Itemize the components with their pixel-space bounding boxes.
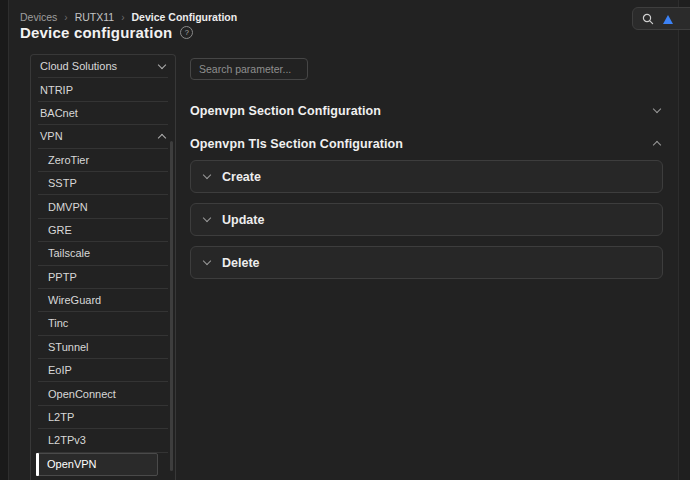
sidebar-item-label: L2TP <box>48 411 74 423</box>
chevron-up-icon <box>158 134 166 142</box>
chevron-up-icon <box>654 139 663 148</box>
sidebar-item-label: NTRIP <box>40 84 73 96</box>
section-openvpn-tls[interactable]: Openvpn Tls Section Configuration <box>190 127 663 160</box>
sidebar-item-eoip[interactable]: EoIP <box>38 359 168 382</box>
cut-off-blue-icon[interactable] <box>663 15 673 24</box>
sidebar-scrollbar-thumb[interactable] <box>170 141 173 471</box>
selected-indicator <box>36 453 39 476</box>
sidebar-item-label: STunnel <box>48 341 89 353</box>
page-title: Device configuration <box>20 24 172 41</box>
breadcrumb-devices[interactable]: Devices <box>20 11 57 23</box>
sidebar-item-bacnet[interactable]: BACnet <box>38 102 168 125</box>
config-sidebar: Cloud Solutions NTRIP BACnet VPN ZeroTie… <box>30 54 176 480</box>
breadcrumb: Devices › RUTX11 › Device Configuration <box>20 11 237 23</box>
chevron-down-icon <box>158 60 166 68</box>
sidebar-item-label: EoIP <box>48 364 72 376</box>
subsection-update[interactable]: Update <box>190 203 663 236</box>
config-main: Openvpn Section Configuration Openvpn Tl… <box>190 54 663 289</box>
sidebar-item-zerotier[interactable]: ZeroTier <box>38 149 168 172</box>
section-title: Openvpn Section Configuration <box>190 104 381 118</box>
window-left-edge <box>0 0 9 480</box>
section-openvpn[interactable]: Openvpn Section Configuration <box>190 94 663 127</box>
breadcrumb-rutx11[interactable]: RUTX11 <box>75 11 114 23</box>
chevron-down-icon <box>203 214 211 222</box>
sidebar-item-label: BACnet <box>40 107 78 119</box>
sidebar-item-label: OpenConnect <box>48 388 116 400</box>
sidebar-item-label: PPTP <box>48 271 77 283</box>
chevron-down-icon <box>203 171 211 179</box>
sidebar-item-tinc[interactable]: Tinc <box>38 312 168 335</box>
breadcrumb-separator-icon: › <box>121 12 124 23</box>
sidebar-item-cloud-solutions[interactable]: Cloud Solutions <box>38 55 168 78</box>
subsection-delete[interactable]: Delete <box>190 246 663 279</box>
sidebar-item-label: DMVPN <box>48 201 88 213</box>
sidebar-item-ntrip[interactable]: NTRIP <box>38 78 168 101</box>
sidebar-item-stunnel[interactable]: STunnel <box>38 336 168 359</box>
breadcrumb-separator-icon: › <box>64 12 67 23</box>
search-input[interactable] <box>190 58 308 80</box>
main-scrollbar-track[interactable] <box>678 0 690 480</box>
search-icon[interactable] <box>642 13 654 25</box>
sidebar-item-label: GRE <box>48 224 72 236</box>
sidebar-list: Cloud Solutions NTRIP BACnet VPN ZeroTie… <box>31 55 175 476</box>
sidebar-item-label: L2TPv3 <box>48 434 86 446</box>
sidebar-item-openvpn[interactable]: OpenVPN <box>36 453 158 476</box>
subsection-create[interactable]: Create <box>190 160 663 193</box>
global-search-pill[interactable] <box>632 7 690 30</box>
sidebar-item-label: SSTP <box>48 177 77 189</box>
sidebar-item-label: Tailscale <box>48 247 90 259</box>
subsection-label: Update <box>222 213 264 227</box>
chevron-down-icon <box>654 109 663 112</box>
sidebar-item-wireguard[interactable]: WireGuard <box>38 289 168 312</box>
sidebar-item-label: Cloud Solutions <box>40 60 117 72</box>
subsection-label: Create <box>222 170 261 184</box>
sidebar-item-dmvpn[interactable]: DMVPN <box>38 195 168 218</box>
sidebar-item-label: WireGuard <box>48 294 101 306</box>
section-title: Openvpn Tls Section Configuration <box>190 137 403 151</box>
sidebar-item-tailscale[interactable]: Tailscale <box>38 242 168 265</box>
sidebar-item-l2tp[interactable]: L2TP <box>38 406 168 429</box>
sidebar-item-gre[interactable]: GRE <box>38 219 168 242</box>
page-header: Device configuration ? <box>20 24 193 41</box>
sidebar-item-l2tpv3[interactable]: L2TPv3 <box>38 429 168 452</box>
sidebar-item-label: Tinc <box>48 317 68 329</box>
sidebar-item-pptp[interactable]: PPTP <box>38 266 168 289</box>
help-icon[interactable]: ? <box>180 26 193 39</box>
sidebar-item-sstp[interactable]: SSTP <box>38 172 168 195</box>
chevron-down-icon <box>203 257 211 265</box>
sidebar-item-label: OpenVPN <box>47 458 97 470</box>
sidebar-item-openconnect[interactable]: OpenConnect <box>38 382 168 405</box>
sidebar-item-vpn[interactable]: VPN <box>38 125 168 148</box>
subsection-label: Delete <box>222 256 260 270</box>
sidebar-item-label: ZeroTier <box>48 154 89 166</box>
breadcrumb-current: Device Configuration <box>132 11 238 23</box>
sidebar-item-label: VPN <box>40 130 63 142</box>
